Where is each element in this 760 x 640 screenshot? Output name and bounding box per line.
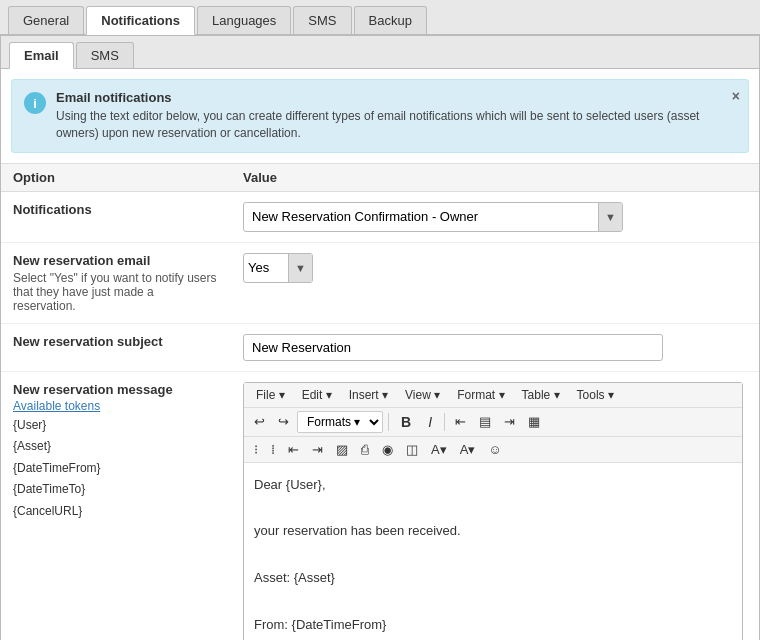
tab-general[interactable]: General (8, 6, 84, 34)
align-left-button[interactable]: ⇤ (450, 412, 471, 431)
toolbar-sep-1 (388, 413, 389, 431)
col1-header: Option (1, 163, 231, 191)
subtab-sms[interactable]: SMS (76, 42, 134, 68)
new-res-msg-label: New reservation message (13, 382, 173, 397)
table-insert-button[interactable]: ◫ (401, 440, 423, 459)
table-header-row: Option Value (1, 163, 759, 191)
tab-backup[interactable]: Backup (354, 6, 427, 34)
print-button[interactable]: ⎙ (356, 440, 374, 459)
notifications-dropdown-wrapper: New Reservation Confirmation - Owner ▼ (243, 202, 623, 232)
ul-button[interactable]: ⁝ (249, 440, 263, 459)
table-row: New reservation message Available tokens… (1, 371, 759, 640)
token-cancelurl: {CancelURL} (13, 504, 82, 518)
new-res-msg-value-cell: File ▾ Edit ▾ Insert ▾ View ▾ Format ▾ T… (231, 371, 759, 640)
info-icon: i (24, 92, 46, 114)
token-datetimeto: {DateTimeTo} (13, 482, 85, 496)
emoji-button[interactable]: ☺ (483, 440, 506, 459)
editor-edit-menu[interactable]: Edit ▾ (295, 386, 339, 404)
align-right-button[interactable]: ⇥ (499, 412, 520, 431)
editor-toolbar-2: ↩ ↪ Formats ▾ B I ⇤ ▤ ⇥ ▦ (244, 408, 742, 437)
table-row: New reservation email Select "Yes" if yo… (1, 242, 759, 323)
editor-insert-menu[interactable]: Insert ▾ (342, 386, 395, 404)
image-button[interactable]: ▨ (331, 440, 353, 459)
editor-toolbar-1: File ▾ Edit ▾ Insert ▾ View ▾ Format ▾ T… (244, 383, 742, 408)
close-banner-button[interactable]: × (732, 88, 740, 104)
preview-button[interactable]: ◉ (377, 440, 398, 459)
info-banner-content: Email notifications Using the text edito… (56, 90, 718, 142)
new-res-subject-value-cell (231, 323, 759, 371)
toolbar-sep-2 (444, 413, 445, 431)
tab-sms[interactable]: SMS (293, 6, 351, 34)
editor-tools-menu[interactable]: Tools ▾ (570, 386, 621, 404)
table-row: New reservation subject (1, 323, 759, 371)
undo-button[interactable]: ↩ (249, 412, 270, 431)
notifications-dropdown-arrow: ▼ (598, 203, 622, 231)
tab-languages[interactable]: Languages (197, 6, 291, 34)
new-res-email-arrow: ▼ (288, 254, 312, 282)
new-res-email-select[interactable]: Yes No (244, 255, 288, 280)
notifications-label: Notifications (1, 191, 231, 242)
editor-body[interactable]: Dear {User}, your reservation has been r… (244, 463, 742, 640)
editor-table-menu[interactable]: Table ▾ (515, 386, 567, 404)
outdent-button[interactable]: ⇤ (283, 440, 304, 459)
editor-format-menu[interactable]: Format ▾ (450, 386, 511, 404)
notifications-select[interactable]: New Reservation Confirmation - Owner (244, 204, 598, 229)
indent-button[interactable]: ⇥ (307, 440, 328, 459)
bold-button[interactable]: B (394, 412, 418, 432)
ol-button[interactable]: ⁞ (266, 440, 280, 459)
info-banner-text: Using the text editor below, you can cre… (56, 108, 718, 142)
new-res-subject-input[interactable] (243, 334, 663, 361)
new-res-msg-label-cell: New reservation message Available tokens… (1, 371, 231, 640)
info-banner-title: Email notifications (56, 90, 718, 105)
available-tokens-link[interactable]: Available tokens (13, 399, 219, 413)
tokens-list: {User} {Asset} {DateTimeFrom} {DateTimeT… (13, 415, 219, 523)
editor-toolbar-3: ⁝ ⁞ ⇤ ⇥ ▨ ⎙ ◉ ◫ A▾ A▾ ☺ (244, 437, 742, 463)
tab-notifications[interactable]: Notifications (86, 6, 195, 35)
font-color-button[interactable]: A▾ (426, 440, 452, 459)
main-content: Email SMS i Email notifications Using th… (0, 35, 760, 640)
subtab-email[interactable]: Email (9, 42, 74, 69)
form-table: Option Value Notifications New Reservati… (1, 163, 759, 640)
notifications-value-cell: New Reservation Confirmation - Owner ▼ (231, 191, 759, 242)
bg-color-button[interactable]: A▾ (455, 440, 481, 459)
info-banner: i Email notifications Using the text edi… (11, 79, 749, 153)
align-center-button[interactable]: ▤ (474, 412, 496, 431)
formats-dropdown[interactable]: Formats ▾ (297, 411, 383, 433)
token-asset: {Asset} (13, 439, 51, 453)
new-res-email-dropdown-wrapper: Yes No ▼ (243, 253, 313, 283)
table-row: Notifications New Reservation Confirmati… (1, 191, 759, 242)
editor-container: File ▾ Edit ▾ Insert ▾ View ▾ Format ▾ T… (243, 382, 743, 640)
col2-header: Value (231, 163, 759, 191)
sub-tabs: Email SMS (1, 36, 759, 69)
token-datetimefrom: {DateTimeFrom} (13, 461, 101, 475)
new-res-subject-label: New reservation subject (1, 323, 231, 371)
new-res-email-sub: Select "Yes" if you want to notify users… (13, 271, 219, 313)
editor-file-menu[interactable]: File ▾ (249, 386, 292, 404)
new-res-email-label-cell: New reservation email Select "Yes" if yo… (1, 242, 231, 323)
new-res-email-value-cell: Yes No ▼ (231, 242, 759, 323)
editor-view-menu[interactable]: View ▾ (398, 386, 447, 404)
new-res-email-label: New reservation email (13, 253, 150, 268)
align-justify-button[interactable]: ▦ (523, 412, 545, 431)
italic-button[interactable]: I (421, 412, 439, 432)
redo-button[interactable]: ↪ (273, 412, 294, 431)
top-tabs: General Notifications Languages SMS Back… (0, 0, 760, 35)
token-user: {User} (13, 418, 46, 432)
